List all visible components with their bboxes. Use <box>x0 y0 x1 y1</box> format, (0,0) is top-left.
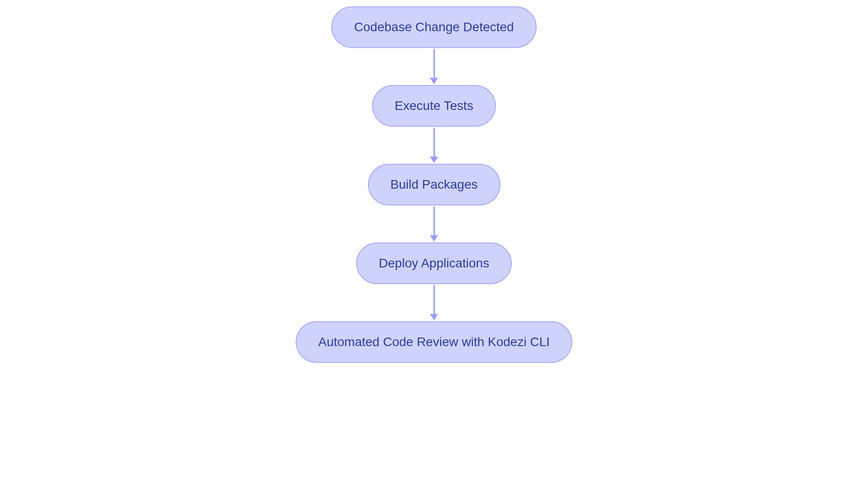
flow-node-codebase-change: Codebase Change Detected <box>331 6 536 48</box>
flow-node-execute-tests: Execute Tests <box>372 85 496 127</box>
flow-node-code-review: Automated Code Review with Kodezi CLI <box>296 321 572 363</box>
flowchart-container: Codebase Change Detected Execute Tests B… <box>296 0 572 363</box>
arrow-down-icon <box>430 285 438 321</box>
flow-node-deploy-applications: Deploy Applications <box>356 243 512 284</box>
flow-node-build-packages: Build Packages <box>368 164 500 205</box>
flow-node-label: Build Packages <box>390 177 477 192</box>
flow-node-label: Deploy Applications <box>379 256 489 271</box>
arrow-down-icon <box>430 128 438 164</box>
arrow-down-icon <box>430 49 438 85</box>
flow-node-label: Execute Tests <box>395 99 473 113</box>
flow-node-label: Codebase Change Detected <box>354 20 514 34</box>
flow-node-label: Automated Code Review with Kodezi CLI <box>318 335 550 349</box>
arrow-down-icon <box>430 206 438 243</box>
